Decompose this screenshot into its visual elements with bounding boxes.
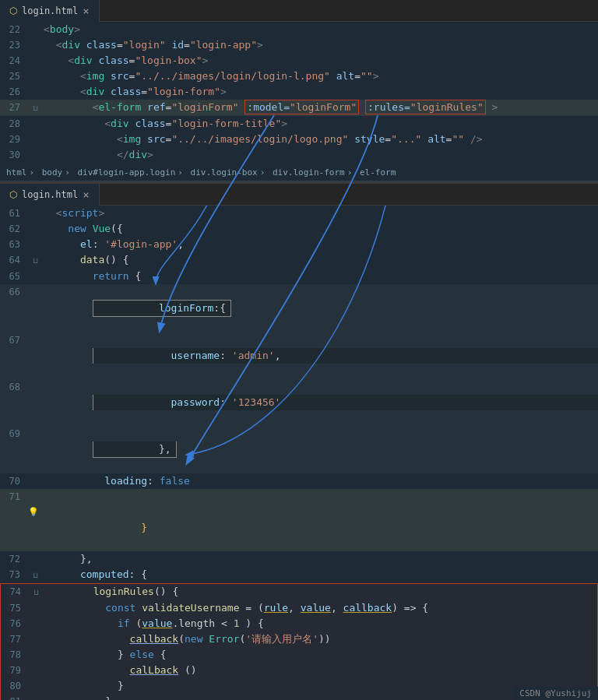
status-bar: CSDN @Yushijuj — [513, 687, 598, 700]
breadcrumb: html› body› div#login-app.login› div.log… — [6, 167, 396, 178]
close-tab-1[interactable]: × — [83, 5, 89, 17]
tab-label-2: login.html — [22, 189, 78, 200]
code-line-78: 78 } else { — [0, 647, 598, 663]
tab-bar-1: ⬡ login.html × — [0, 0, 598, 22]
code-line-63: 63 el: '#login-app', — [0, 237, 598, 252]
bottom-editor-pane: ⬡ login.html × 61 <script> 62 new Vue({ … — [0, 184, 598, 700]
code-line-65: 65 return { — [0, 269, 598, 284]
code-line-27: 27 ⊔ <el-form ref="loginForm" :model="lo… — [0, 100, 598, 116]
code-line-28: 28 <div class="login-form-title"> — [0, 116, 598, 132]
file-icon: ⬡ — [9, 5, 17, 16]
code-line-25: 25 <img src="../../images/login/login-l.… — [0, 69, 598, 84]
code-line-72: 72 }, — [0, 551, 598, 567]
close-tab-2[interactable]: × — [83, 188, 89, 201]
status-text: CSDN @Yushijuj — [519, 688, 592, 698]
code-line-67: 67 username: 'admin', — [0, 332, 598, 379]
code-line-70: 70 loading: false — [0, 473, 598, 489]
code-line-61: 61 <script> — [0, 206, 598, 221]
code-line-81: 81 } — [0, 694, 598, 700]
code-line-23: 23 <div class="login" id="login-app"> — [0, 37, 598, 53]
code-line-74: 74 ⊔ loginRules() { — [0, 583, 598, 600]
code-line-73: 73 ⊔ computed: { — [0, 567, 598, 583]
code-line-76: 76 if (value.length < 1 ) { — [0, 616, 598, 631]
code-line-29: 29 <img src="../../images/login/logo.png… — [0, 132, 598, 147]
tab-login-html-2[interactable]: ⬡ login.html × — [0, 184, 100, 206]
code-line-66: 66 loginForm:{ — [0, 284, 598, 332]
code-line-24: 24 <div class="login-box"> — [0, 53, 598, 69]
code-line-75: 75 const validateUsername = (rule, value… — [0, 600, 598, 616]
code-line-62: 62 new Vue({ — [0, 221, 598, 237]
code-line-71: 71 💡 } — [0, 489, 598, 551]
code-line-80: 80 } — [0, 678, 598, 694]
code-line-68: 68 password: '123456' — [0, 379, 598, 426]
code-area-2: 61 <script> 62 new Vue({ 63 el: '#login-… — [0, 206, 598, 700]
code-line-69: 69 }, — [0, 426, 598, 473]
code-line-22: 22 <body> — [0, 22, 598, 37]
code-line-77: 77 callback(new Error('请输入用户名')) — [0, 631, 598, 647]
tab-label-1: login.html — [22, 5, 78, 16]
code-line-79: 79 calLback () — [0, 663, 598, 678]
tab-bar-2: ⬡ login.html × — [0, 184, 598, 206]
breadcrumb-bar-1: html› body› div#login-app.login› div.log… — [0, 164, 598, 181]
code-area-1: 22 <body> 23 <div class="login" id="logi… — [0, 22, 598, 164]
file-icon-2: ⬡ — [9, 189, 17, 200]
code-line-30: 30 </div> — [0, 147, 598, 163]
top-editor-pane: ⬡ login.html × 22 <body> 23 <div class="… — [0, 0, 598, 181]
tab-login-html-1[interactable]: ⬡ login.html × — [0, 0, 100, 22]
code-line-26: 26 <div class="login-form"> — [0, 84, 598, 100]
code-line-64: 64 ⊔ data() { — [0, 252, 598, 269]
